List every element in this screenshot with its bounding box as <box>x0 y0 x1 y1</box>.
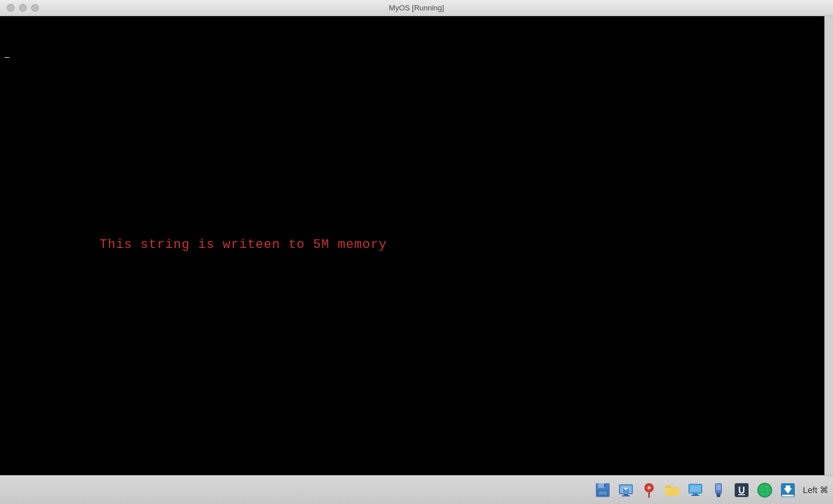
taskbar: U Left ⌘ <box>0 475 833 504</box>
svg-rect-4 <box>599 491 607 495</box>
svg-rect-19 <box>690 486 701 492</box>
svg-rect-34 <box>786 486 790 490</box>
vm-screen[interactable]: — This string is writeen to 5M memory <box>0 16 824 475</box>
svg-rect-2 <box>604 484 606 487</box>
cursor: — <box>5 52 9 61</box>
screen-snapshot-icon[interactable] <box>615 480 636 501</box>
svg-rect-23 <box>717 495 720 497</box>
keyboard-shortcut-label: Left ⌘ <box>803 485 828 495</box>
titlebar: MyOS [Running] <box>0 0 833 16</box>
window-controls <box>7 4 39 12</box>
minimize-button[interactable] <box>19 4 27 12</box>
svg-rect-8 <box>622 495 630 496</box>
globe-icon[interactable] <box>754 480 775 501</box>
svg-rect-18 <box>691 495 699 496</box>
close-button[interactable] <box>7 4 14 12</box>
folder-icon[interactable] <box>662 480 683 501</box>
maximize-button[interactable] <box>31 4 39 12</box>
floppy-disk-icon[interactable] <box>592 480 613 501</box>
usb-pin-icon[interactable] <box>639 480 659 501</box>
u-underline-icon[interactable]: U <box>731 480 752 501</box>
svg-rect-21 <box>716 484 721 490</box>
svg-rect-35 <box>782 495 794 496</box>
download-icon[interactable] <box>777 480 798 501</box>
scrollbar[interactable] <box>824 16 833 475</box>
monitor-icon[interactable] <box>685 480 706 501</box>
svg-point-13 <box>648 487 650 489</box>
svg-text:U: U <box>738 486 745 495</box>
window-title: MyOS [Running] <box>389 3 444 12</box>
usb-device-icon[interactable] <box>708 480 729 501</box>
vm-output-text: This string is writeen to 5M memory <box>99 238 387 252</box>
